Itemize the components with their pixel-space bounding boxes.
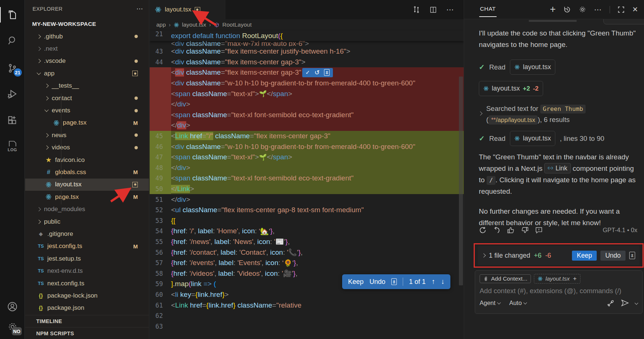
chat-history-icon[interactable] — [563, 6, 571, 13]
react-icon — [514, 64, 520, 70]
thumbs-down-icon[interactable] — [521, 226, 529, 234]
tree-item-contact[interactable]: contact — [25, 92, 149, 104]
tree-item-next-env-d-ts[interactable]: TSnext-env.d.ts — [25, 265, 149, 277]
tree-item-favicon-ico[interactable]: ★favicon.ico — [25, 154, 149, 166]
settings-gear-icon[interactable]: NO — [0, 316, 25, 338]
tree-item-page-tsx[interactable]: page.tsxM — [25, 117, 149, 129]
tree-item-next-config-ts[interactable]: TSnext.config.ts — [25, 277, 149, 289]
symbol-class-icon — [214, 22, 219, 28]
css-hash-icon: # — [45, 169, 52, 176]
explorer-more-icon[interactable]: ⋯ — [136, 5, 144, 13]
open-changes-icon[interactable] — [413, 6, 420, 13]
send-icon[interactable] — [621, 299, 629, 307]
workspace-root[interactable]: MY-NEW-WORKSPACE — [25, 18, 149, 30]
tree-item--github[interactable]: .github — [25, 30, 149, 43]
search-icon[interactable] — [0, 30, 25, 51]
files-changed-bar: 1 file changed +6 -6 Keep Undo ± — [478, 246, 640, 265]
tree-item-jest-setup-ts[interactable]: TSjest.setup.ts — [25, 252, 149, 265]
tree-item-layout-tsx[interactable]: layout.tsx — [25, 179, 149, 191]
chevron-right-icon — [44, 133, 48, 137]
thumbs-up-icon[interactable] — [507, 226, 515, 234]
tree-item-package-json[interactable]: {}package.json — [25, 302, 149, 314]
tree-item-page-tsx[interactable]: page.tsxM — [25, 191, 149, 203]
explorer-icon[interactable] — [0, 4, 25, 26]
tree-item--vscode[interactable]: .vscode — [25, 55, 149, 67]
tab-layout-tsx[interactable]: layout.tsx — [150, 0, 225, 19]
send-options-chevron[interactable] — [635, 301, 638, 305]
chat-more-icon[interactable]: ⋯ — [594, 5, 602, 14]
file-pill-layout-tsx[interactable]: layout.tsx — [510, 60, 555, 75]
activity-bar: 21 LOG NO — [0, 0, 25, 339]
code-line: </div> — [150, 99, 464, 110]
chevron-down-icon — [44, 108, 48, 112]
undo-change-button[interactable]: Undo — [369, 278, 385, 286]
chevron-right-icon[interactable] — [481, 253, 485, 257]
tree-item--next[interactable]: .next — [25, 43, 149, 55]
undo-request-icon[interactable] — [493, 226, 501, 234]
agent-mode-dropdown[interactable]: Agent — [480, 299, 500, 306]
extensions-icon[interactable] — [0, 109, 25, 131]
next-change-icon[interactable]: ↓ — [441, 278, 445, 286]
chevron-right-icon — [44, 146, 48, 150]
tree-item-news[interactable]: news — [25, 129, 149, 141]
maximize-panel-icon[interactable] — [618, 6, 624, 13]
tree-item-app[interactable]: app — [25, 67, 149, 79]
model-dropdown[interactable]: Auto — [509, 299, 527, 306]
run-debug-icon[interactable] — [0, 83, 25, 105]
undo-all-button[interactable]: Undo — [600, 251, 626, 261]
tree-item-label: public — [44, 218, 60, 226]
sticky-scroll-line[interactable]: 21export default function RootLayout({ — [150, 30, 464, 41]
tree-item-label: node_modules — [44, 206, 85, 213]
attached-file-pill[interactable]: layout.tsx + — [534, 274, 580, 284]
chat-panel: CHAT + ⋯ ✕ I'll — [464, 0, 644, 339]
close-panel-icon[interactable]: ✕ — [632, 5, 638, 14]
prev-change-icon[interactable]: ↑ — [432, 278, 435, 286]
new-chat-icon[interactable]: + — [550, 4, 556, 15]
tree-item-label: layout.tsx — [55, 181, 82, 188]
chat-tab[interactable]: CHAT — [480, 6, 496, 14]
scrolled-content-fragment — [529, 20, 577, 22]
inline-diff-actions[interactable]: ✓↺± — [302, 68, 333, 77]
log-output-icon[interactable]: LOG — [0, 135, 25, 157]
chat-settings-gear-icon[interactable] — [579, 6, 586, 13]
changed-file-pill-row: layout.tsx +2 -2 — [479, 81, 637, 96]
tree-item-videos[interactable]: videos — [25, 142, 149, 154]
timeline-section[interactable]: TIMELINE — [25, 315, 149, 327]
changed-file-pill[interactable]: layout.tsx +2 -2 — [479, 81, 543, 96]
chat-input-placeholder[interactable]: Add context (#), extensions (@), command… — [480, 287, 638, 295]
tree-item--gitignore[interactable]: ◆.gitignore — [25, 228, 149, 240]
add-context-button[interactable]: Add Context... — [480, 274, 531, 283]
breadcrumb[interactable]: app› layout.tsx› RootLayout — [150, 19, 464, 30]
tool-step-search[interactable]: Searched text for Green Thumb (**/app/la… — [479, 103, 637, 125]
regenerate-icon[interactable] — [479, 226, 487, 234]
tree-item-globals-css[interactable]: #globals.cssM — [25, 166, 149, 178]
split-editor-icon[interactable] — [430, 6, 437, 13]
tree-item-events[interactable]: events — [25, 104, 149, 116]
tree-item-jest-config-ts[interactable]: TSjest.config.tsM — [25, 240, 149, 252]
code-area[interactable]: <div className="max-w-7xl mx-auto px-6">… — [150, 41, 464, 339]
npm-scripts-section[interactable]: NPM SCRIPTS — [25, 327, 149, 339]
tab-modified-indicator[interactable] — [195, 7, 200, 13]
diff-file-icon[interactable]: ± — [391, 278, 397, 285]
account-icon[interactable] — [0, 296, 25, 317]
keep-all-button[interactable]: Keep — [572, 251, 597, 261]
tree-item--tests-[interactable]: __tests__ — [25, 80, 149, 92]
keep-change-button[interactable]: Keep — [348, 278, 364, 286]
report-issue-icon[interactable] — [535, 226, 543, 234]
assistant-message: I'll update the code so that clicking "G… — [479, 27, 637, 50]
editor-scrollbar[interactable] — [459, 77, 463, 285]
link-component-chip[interactable]: Link — [544, 163, 570, 173]
chat-input-box[interactable]: Add Context... layout.tsx + Add context … — [475, 270, 643, 314]
source-control-icon[interactable]: 21 — [0, 57, 25, 79]
tree-item-node-modules[interactable]: node_modules — [25, 203, 149, 215]
tree-item-public[interactable]: public — [25, 216, 149, 228]
tree-item-label: contact — [52, 95, 72, 102]
tree-item-label: page.tsx — [55, 193, 79, 201]
tree-item-label: globals.css — [55, 169, 86, 176]
file-pill-layout-tsx[interactable]: layout.tsx — [510, 131, 555, 146]
tree-item-package-lock-json[interactable]: {}package-lock.json — [25, 289, 149, 302]
code-line-47: 47 <span className="text-xl">🌱</span> — [150, 152, 464, 163]
editor-more-icon[interactable]: ⋯ — [446, 5, 454, 14]
configure-tools-icon[interactable] — [607, 299, 615, 307]
view-diff-icon[interactable]: ± — [629, 252, 635, 259]
